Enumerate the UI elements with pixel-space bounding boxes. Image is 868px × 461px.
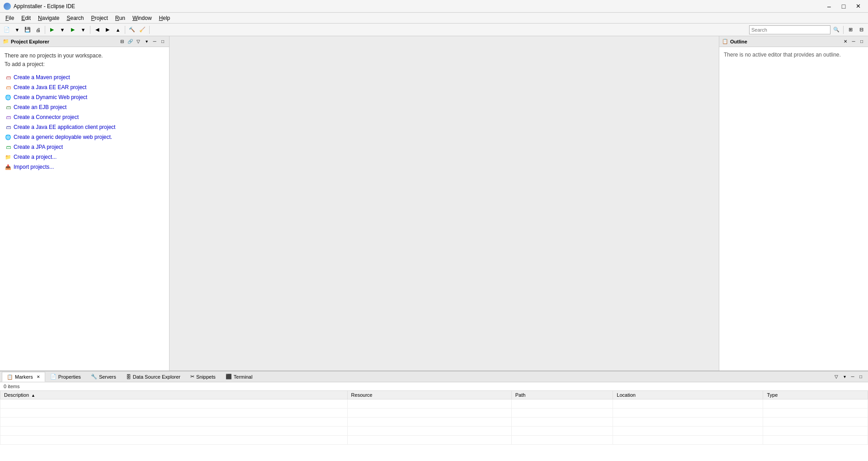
markers-close-icon[interactable]: ✕ [37,375,40,379]
link-editor-button[interactable]: 🔗 [127,38,134,45]
toolbar-group-file: 📄 ▼ 💾 🖨 [2,25,43,35]
col-location[interactable]: Location [613,391,763,399]
menu-search[interactable]: Search [63,13,87,23]
views-button[interactable]: ⊟ [856,25,866,35]
separator-4 [149,26,150,34]
toolbar-group-nav: ◀ ▶ ▲ [92,25,123,35]
search-button[interactable]: 🔍 [831,25,841,35]
save-button[interactable]: 💾 [23,25,33,35]
create-connector-link[interactable]: Create a Connector project [14,114,79,120]
list-item: 🗃 Create a JPA project [5,142,165,152]
forward-button[interactable]: ▶ [103,25,113,35]
bottom-tabs-right: ▽ ▾ ─ □ [833,373,866,380]
outline-minimize-button[interactable]: ─ [850,38,857,45]
clean-button[interactable]: 🧹 [137,25,147,35]
menu-file[interactable]: File [2,13,18,23]
new-dropdown[interactable]: ▼ [12,25,22,35]
outline-close-button[interactable]: ✕ [842,38,849,45]
debug-dropdown[interactable]: ▼ [57,25,67,35]
run-button[interactable]: ▶ [68,25,78,35]
markers-table: Description ▲ Resource Path Location [0,390,868,461]
list-item: 🗃 Create a Connector project [5,112,165,122]
datasource-icon: 🗄 [126,374,131,380]
list-item: 🌐 Create a generic deployable web projec… [5,132,165,142]
debug-button[interactable]: ▶ [47,25,57,35]
properties-icon: 📄 [50,374,57,380]
create-jpa-link[interactable]: Create a JPA project [14,144,63,150]
bottom-minimize-button[interactable]: ─ [849,373,856,380]
create-dynamic-web-link[interactable]: Create a Dynamic Web project [14,94,87,100]
up-button[interactable]: ▲ [113,25,123,35]
perspective-button[interactable]: ⊞ [845,25,855,35]
menu-project[interactable]: Project [87,13,111,23]
build-button[interactable]: 🔨 [127,25,137,35]
bottom-tabs-list: 📋 Markers ✕ 📄 Properties 🔧 Servers 🗄 Dat… [2,372,257,382]
tab-markers[interactable]: 📋 Markers ✕ [2,372,45,382]
bottom-filter-button[interactable]: ▽ [833,373,840,380]
title-bar-controls: – □ ✕ [823,0,864,13]
center-layout: 📁 Project Explorer ⊟ 🔗 ▽ ▾ ─ □ There are… [0,36,868,371]
maximize-panel-button[interactable]: □ [159,38,166,45]
menu-window[interactable]: Window [129,13,156,23]
minimize-panel-button[interactable]: ─ [151,38,158,45]
outline-icon: 📋 [722,38,728,44]
col-path[interactable]: Path [511,391,613,399]
search-input[interactable] [749,25,830,34]
import-projects-link[interactable]: Import projects... [14,164,54,170]
servers-icon: 🔧 [91,374,97,380]
markers-data-table: Description ▲ Resource Path Location [0,390,868,445]
list-item: 📥 Import projects... [5,162,165,172]
menu-navigate[interactable]: Navigate [34,13,63,23]
menu-help[interactable]: Help [156,13,174,23]
create-project-icon: 📁 [5,153,12,161]
outline-title: 📋 Outline [722,38,747,44]
create-maven-link[interactable]: Create a Maven project [14,74,70,81]
list-item: 🗃 Create a Java EE EAR project [5,82,165,92]
run-dropdown[interactable]: ▼ [78,25,88,35]
terminal-icon: ⬛ [226,374,232,380]
menu-edit[interactable]: Edit [18,13,34,23]
main-layout: 📁 Project Explorer ⊟ 🔗 ▽ ▾ ─ □ There are… [0,36,868,461]
outline-controls: ✕ ─ □ [842,38,865,45]
minimize-button[interactable]: – [823,0,835,13]
bottom-panel: 📋 Markers ✕ 📄 Properties 🔧 Servers 🗄 Dat… [0,371,868,461]
toolbar-group-build: 🔨 🧹 [127,25,147,35]
view-menu-button[interactable]: ▾ [143,38,150,45]
maven-icon: 🗃 [5,74,12,81]
create-generic-web-link[interactable]: Create a generic deployable web project. [14,134,112,140]
close-button[interactable]: ✕ [852,0,864,13]
col-resource[interactable]: Resource [347,391,511,399]
create-javaee-ear-link[interactable]: Create a Java EE EAR project [14,84,86,90]
project-explorer-content: There are no projects in your workspace.… [0,47,169,371]
list-item: 🗃 Create an EJB project [5,102,165,112]
print-button[interactable]: 🖨 [33,25,43,35]
maximize-button[interactable]: □ [837,0,850,13]
menu-run[interactable]: Run [112,13,129,23]
tab-properties[interactable]: 📄 Properties [45,372,86,382]
col-description[interactable]: Description ▲ [0,391,348,399]
toolbar: 📄 ▼ 💾 🖨 ▶ ▼ ▶ ▼ ◀ ▶ ▲ 🔨 🧹 🔍 ⊞ ⊟ [0,24,868,36]
separator-5 [843,26,844,34]
new-button[interactable]: 📄 [2,25,12,35]
bottom-view-menu-button[interactable]: ▾ [841,373,848,380]
collapse-all-button[interactable]: ⊟ [118,38,126,45]
bottom-maximize-button[interactable]: □ [857,373,864,380]
create-javaee-client-link[interactable]: Create a Java EE application client proj… [14,124,115,130]
back-button[interactable]: ◀ [92,25,102,35]
tab-terminal[interactable]: ⬛ Terminal [221,372,258,382]
tab-snippets[interactable]: ✂ Snippets [185,372,221,382]
outline-content: There is no active editor that provides … [719,47,868,62]
col-type[interactable]: Type [763,391,868,399]
snippets-icon: ✂ [190,374,194,380]
create-project-link[interactable]: Create a project... [14,154,57,160]
table-row [0,418,868,427]
javaee-client-icon: 🗃 [5,124,12,131]
tab-datasource[interactable]: 🗄 Data Source Explorer [121,372,185,382]
filter-button[interactable]: ▽ [135,38,142,45]
tab-servers[interactable]: 🔧 Servers [86,372,121,382]
create-ejb-link[interactable]: Create an EJB project [14,104,66,110]
list-item: 🌐 Create a Dynamic Web project [5,92,165,102]
table-row [0,399,868,409]
ejb-icon: 🗃 [5,104,12,111]
outline-maximize-button[interactable]: □ [858,38,865,45]
